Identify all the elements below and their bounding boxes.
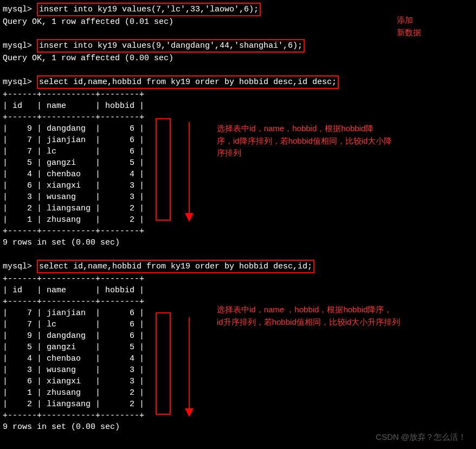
highlight-box-hobbid-col-2 [156, 312, 171, 415]
annotation-add: 添加 新数据 [397, 14, 421, 39]
annotation-desc-desc: 选择表中id，name，hobbid，根据hobbid降 序，id降序排列，若h… [217, 123, 455, 159]
table-separator: +------+-----------+--------+ [3, 273, 473, 285]
table-row: | 3 | wusang | 3 | [3, 364, 473, 376]
arrow-head-2 [185, 408, 194, 417]
sql-command-3: select id,name,hobbid from ky19 order by… [37, 75, 339, 89]
table-row: | 6 | xiangxi | 3 | [3, 376, 473, 387]
table-row: | 1 | zhusang | 2 | [3, 214, 473, 226]
table-header: | id | name | hobbid | [3, 285, 473, 296]
blank-line [3, 248, 473, 260]
arrow-down-2 [189, 317, 190, 409]
table-separator: +------+-----------+--------+ [3, 226, 473, 237]
table-separator: +------+-----------+--------+ [3, 89, 473, 100]
mysql-prompt: mysql> [3, 41, 37, 50]
annotation-desc-asc: 选择表中id，name ，hobbid，根据hobbid降序， id升序排列，若… [217, 304, 466, 328]
table-row: | 2 | liangsang | 2 | [3, 399, 473, 410]
table-row: | 6 | xiangxi | 3 | [3, 180, 473, 191]
mysql-prompt: mysql> [3, 262, 37, 271]
table-row: | 5 | gangzi | 5 | [3, 342, 473, 353]
mysql-prompt: mysql> [3, 5, 37, 14]
arrow-head-1 [185, 213, 194, 222]
sql-command-4: select id,name,hobbid from ky19 order by… [37, 260, 314, 273]
terminal-line: mysql> select id,name,hobbid from ky19 o… [3, 260, 473, 273]
rows-count: 9 rows in set (0.00 sec) [3, 237, 473, 248]
table-row: | 9 | dangdang | 6 | [3, 330, 473, 342]
terminal-line: mysql> select id,name,hobbid from ky19 o… [3, 75, 473, 89]
table-row: | 2 | liangsang | 2 | [3, 203, 473, 214]
query-result-2: Query OK, 1 row affected (0.00 sec) [3, 53, 473, 64]
table-row: | 3 | wusang | 3 | [3, 191, 473, 203]
highlight-box-hobbid-col-1 [156, 118, 171, 221]
table-separator: +------+-----------+--------+ [3, 410, 473, 421]
table-row: | 1 | zhusang | 2 | [3, 387, 473, 399]
mysql-prompt: mysql> [3, 78, 37, 87]
sql-command-2: insert into ky19 values(9,'dangdang',44,… [37, 39, 305, 53]
table-header: | id | name | hobbid | [3, 100, 473, 112]
terminal-line: mysql> insert into ky19 values(9,'dangda… [3, 39, 473, 53]
arrow-down-1 [189, 122, 190, 214]
watermark: CSDN @放弃？怎么活！ [376, 431, 466, 442]
sql-command-1: insert into ky19 values(7,'lc',33,'laowo… [37, 3, 261, 16]
table-separator: +------+-----------+--------+ [3, 112, 473, 123]
blank-line [3, 64, 473, 75]
table-row: | 4 | chenbao | 4 | [3, 169, 473, 180]
table-row: | 4 | chenbao | 4 | [3, 353, 473, 364]
